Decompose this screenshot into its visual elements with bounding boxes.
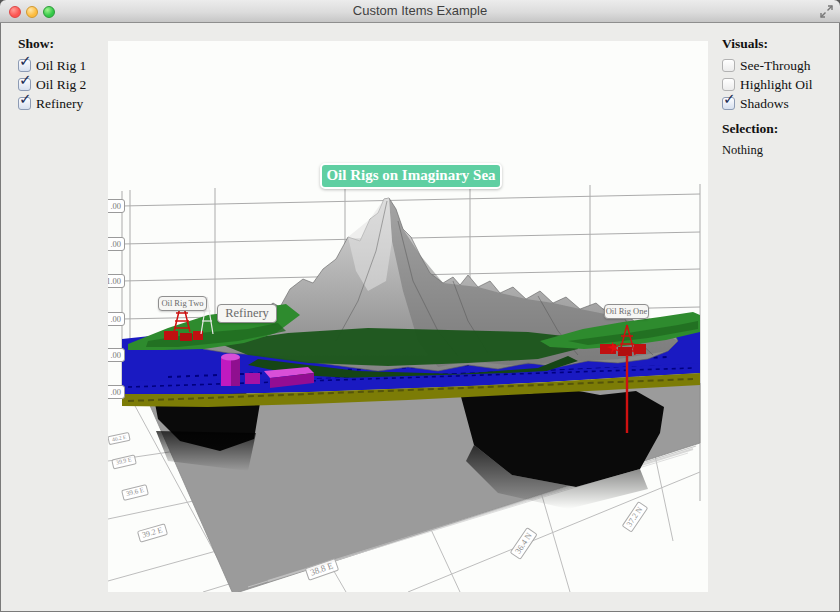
resize-icon[interactable] bbox=[819, 4, 834, 19]
checkbox-label: Oil Rig 2 bbox=[36, 77, 86, 93]
y-axis-tick: .00 bbox=[108, 199, 125, 213]
checkbox-box[interactable]: ✓ bbox=[722, 59, 735, 72]
show-panel: Show: ✓ Oil Rig 1 ✓ Oil Rig 2 ✓ Refinery bbox=[18, 36, 110, 113]
visuals-heading: Visuals: bbox=[722, 36, 834, 52]
oil-rig-one-label[interactable]: Oil Rig One bbox=[604, 304, 649, 319]
checkbox-box[interactable]: ✓ bbox=[18, 97, 31, 110]
selection-heading: Selection: bbox=[722, 121, 834, 137]
checkbox-label: Highlight Oil bbox=[740, 77, 812, 93]
checkbox-see-through[interactable]: ✓ See-Through bbox=[722, 56, 834, 75]
checkmark-icon: ✓ bbox=[19, 52, 32, 70]
checkbox-label: Refinery bbox=[36, 96, 83, 112]
chart-title: Oil Rigs on Imaginary Sea bbox=[320, 163, 502, 189]
checkbox-shadows[interactable]: ✓ Shadows bbox=[722, 94, 834, 113]
checkmark-icon: ✓ bbox=[723, 90, 736, 108]
y-axis-tick: .00 bbox=[108, 348, 125, 362]
checkbox-oil-rig-1[interactable]: ✓ Oil Rig 1 bbox=[18, 56, 110, 75]
mountain-shadow-left-fade bbox=[156, 431, 256, 471]
app-window: Custom Items Example Show: ✓ Oil Rig 1 ✓… bbox=[0, 0, 840, 612]
oil-rig-two-label[interactable]: Oil Rig Two bbox=[158, 296, 207, 311]
y-axis-tick: .00 bbox=[108, 385, 125, 399]
y-axis-tick: .00 bbox=[108, 237, 125, 251]
titlebar: Custom Items Example bbox=[0, 0, 840, 23]
show-heading: Show: bbox=[18, 36, 110, 52]
checkmark-icon: ✓ bbox=[19, 90, 32, 108]
visuals-panel: Visuals: ✓ See-Through ✓ Highlight Oil ✓… bbox=[722, 36, 834, 158]
refinery-label[interactable]: Refinery bbox=[217, 304, 277, 323]
surface-3d-view[interactable]: Oil Rigs on Imaginary Sea Oil Rig Two Re… bbox=[108, 41, 708, 592]
checkbox-label: See-Through bbox=[740, 58, 810, 74]
y-axis-tick: 1.00 bbox=[108, 274, 125, 288]
checkbox-label: Oil Rig 1 bbox=[36, 58, 86, 74]
window-title: Custom Items Example bbox=[0, 3, 840, 18]
checkbox-highlight-oil[interactable]: ✓ Highlight Oil bbox=[722, 75, 834, 94]
checkbox-label: Shadows bbox=[740, 96, 789, 112]
selection-value: Nothing bbox=[722, 143, 834, 158]
checkbox-refinery[interactable]: ✓ Refinery bbox=[18, 94, 110, 113]
checkbox-oil-rig-2[interactable]: ✓ Oil Rig 2 bbox=[18, 75, 110, 94]
y-axis-tick: .00 bbox=[108, 312, 125, 326]
checkmark-icon: ✓ bbox=[19, 71, 32, 89]
checkbox-box[interactable]: ✓ bbox=[722, 97, 735, 110]
